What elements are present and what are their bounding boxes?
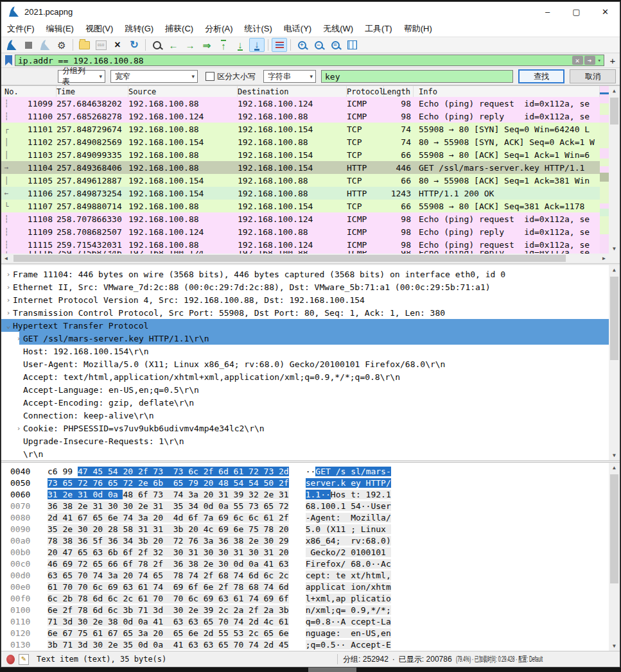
detail-line-10[interactable]: Accept-Encoding: gzip, deflate\r\n bbox=[1, 396, 609, 409]
detail-line-9[interactable]: Accept-Language: en-US,en;q=0.5\r\n bbox=[1, 383, 609, 396]
menu-item-统计S[interactable]: 统计(S) bbox=[238, 21, 277, 37]
expander-closed-icon[interactable]: › bbox=[4, 296, 13, 304]
column-header-info[interactable]: Info bbox=[414, 86, 600, 97]
packet-list-hscrollbar[interactable]: ◀ ▶ bbox=[1, 254, 609, 263]
expander-closed-icon[interactable]: › bbox=[4, 270, 13, 279]
scroll-down-icon[interactable]: ▼ bbox=[609, 244, 620, 254]
packet-row-11100[interactable]: ┆11100257.685268278192.168.100.124192.16… bbox=[1, 110, 600, 123]
menu-item-分析A[interactable]: 分析(A) bbox=[199, 21, 238, 37]
zoom-reset-button[interactable]: = bbox=[328, 38, 343, 52]
intelligent-scrollbar-minimap[interactable] bbox=[600, 86, 609, 254]
find-scope-select[interactable]: 分组列表▾ bbox=[58, 70, 105, 83]
scroll-down-icon[interactable]: ▼ bbox=[609, 641, 620, 651]
go-to-packet-button[interactable]: ⇒ bbox=[199, 38, 214, 52]
capture-stop-button[interactable] bbox=[21, 38, 36, 52]
detail-line-5[interactable]: ›GET /ssl/mars-server.key HTTP/1.1\r\n bbox=[1, 332, 609, 345]
column-header-source[interactable]: Source bbox=[128, 86, 238, 97]
capture-restart-button[interactable] bbox=[37, 38, 53, 52]
detail-line-12[interactable]: ›Cookie: PHPSESSID=vs7uv9ukb6udivmv4mp4e… bbox=[1, 422, 609, 435]
packet-row-11102[interactable]: │11102257.849082569192.168.100.154192.16… bbox=[1, 135, 600, 148]
auto-scroll-button[interactable]: ↓ bbox=[249, 38, 265, 52]
packet-row-11115[interactable]: ┆11115259.715432031192.168.100.88192.168… bbox=[1, 238, 600, 251]
hex-row-0050[interactable]: 005073 65 72 76 65 72 2e 6b 65 79 20 48 … bbox=[1, 477, 620, 488]
packet-row-11109[interactable]: ┆11109258.708682507192.168.100.124192.16… bbox=[1, 225, 600, 238]
column-header-destination[interactable]: Destination bbox=[238, 86, 347, 97]
expander-closed-icon[interactable]: › bbox=[14, 424, 23, 433]
capture-comment-icon[interactable]: ✎ bbox=[19, 654, 29, 665]
hex-row-0100[interactable]: 01006e 2f 78 6d 6c 3b 71 3d 30 2e 39 2c … bbox=[1, 604, 620, 616]
menu-item-视图V[interactable]: 视图(V) bbox=[80, 21, 119, 37]
menu-item-电话Y[interactable]: 电话(Y) bbox=[278, 21, 317, 37]
packet-row-11108[interactable]: ┆11108258.707866330192.168.100.88192.168… bbox=[1, 212, 600, 225]
hex-row-00f0[interactable]: 00f06c 2b 78 6d 6c 2c 61 70 70 6c 69 63 … bbox=[1, 592, 620, 604]
menu-item-跳转G[interactable]: 跳转(G) bbox=[119, 21, 159, 37]
cancel-button[interactable]: 取消 bbox=[570, 69, 616, 83]
packet-list-vscrollbar[interactable]: ▲ ▼ bbox=[609, 86, 620, 254]
zoom-out-button[interactable]: − bbox=[311, 38, 326, 52]
hex-row-00e0[interactable]: 00e061 70 70 6c 69 63 61 74 69 6f 6e 2f … bbox=[1, 581, 620, 592]
capture-options-button[interactable]: ⚙ bbox=[54, 38, 69, 52]
hex-row-00a0[interactable]: 00a078 38 36 5f 36 34 3b 20 72 76 3a 36 … bbox=[1, 535, 620, 546]
close-file-button[interactable]: × bbox=[110, 38, 125, 52]
hex-row-0090[interactable]: 009035 2e 30 20 28 58 31 31 3b 20 4c 69 … bbox=[1, 523, 620, 535]
hex-row-0130[interactable]: 01303b 71 3d 30 2e 35 0d 0a 41 63 63 65 … bbox=[1, 639, 620, 650]
close-button[interactable]: ✕ bbox=[591, 2, 620, 21]
detail-line-14[interactable]: \r\n bbox=[1, 447, 609, 460]
scroll-up-icon[interactable]: ▲ bbox=[609, 463, 620, 472]
maximize-button[interactable]: ▢ bbox=[562, 2, 591, 21]
hex-row-00b0[interactable]: 00b020 47 65 63 6b 6f 2f 32 30 31 30 30 … bbox=[1, 546, 620, 558]
detail-line-8[interactable]: Accept: text/html,application/xhtml+xml,… bbox=[1, 370, 609, 383]
find-button[interactable]: 查找 bbox=[518, 69, 564, 83]
detail-line-7[interactable]: User-Agent: Mozilla/5.0 (X11; Linux x86_… bbox=[1, 358, 609, 370]
packet-row-11099[interactable]: ┆11099257.684638202192.168.100.88192.168… bbox=[1, 97, 600, 110]
filter-clear-icon[interactable]: ✕ bbox=[572, 56, 583, 65]
scroll-up-icon[interactable]: ▲ bbox=[609, 86, 620, 96]
zoom-in-button[interactable]: + bbox=[294, 38, 310, 52]
hex-row-0080[interactable]: 00802d 41 67 65 6e 74 3a 20 4d 6f 7a 69 … bbox=[1, 512, 620, 523]
go-forward-button[interactable]: → bbox=[182, 38, 198, 52]
go-back-button[interactable]: ← bbox=[166, 38, 181, 52]
hex-row-0120[interactable]: 01206e 67 75 61 67 65 3a 20 65 6e 2d 55 … bbox=[1, 627, 620, 639]
expert-info-icon[interactable] bbox=[6, 655, 15, 664]
hex-row-00c0[interactable]: 00c046 69 72 65 66 6f 78 2f 36 38 2e 30 … bbox=[1, 558, 620, 569]
packet-row-11104[interactable]: →11104257.849368406192.168.100.88192.168… bbox=[1, 161, 600, 174]
menu-item-帮助H[interactable]: 帮助(H) bbox=[398, 21, 438, 37]
menu-item-编辑E[interactable]: 编辑(E) bbox=[40, 21, 80, 37]
packet-row-11107[interactable]: └11107257.849880714192.168.100.88192.168… bbox=[1, 200, 600, 212]
expander-closed-icon[interactable]: › bbox=[14, 334, 23, 343]
packet-list-header[interactable]: No.TimeSourceDestinationProtocolLengthIn… bbox=[1, 86, 600, 98]
detail-line-13[interactable]: Upgrade-Insecure-Requests: 1\r\n bbox=[1, 435, 609, 447]
filter-bookmark-icon[interactable] bbox=[5, 55, 12, 65]
resize-columns-button[interactable] bbox=[344, 38, 360, 52]
menu-item-工具T[interactable]: 工具(T) bbox=[359, 21, 398, 37]
filter-apply-icon[interactable]: ➔ bbox=[584, 56, 595, 65]
scroll-down-icon[interactable]: ▼ bbox=[609, 451, 620, 460]
detail-line-3[interactable]: ›Transmission Control Protocol, Src Port… bbox=[1, 306, 609, 319]
packet-row-11106[interactable]: ←11106257.849873254192.168.100.154192.16… bbox=[1, 187, 600, 200]
find-width-select[interactable]: 宽窄▾ bbox=[110, 70, 198, 83]
menu-item-捕获C[interactable]: 捕获(C) bbox=[159, 21, 199, 37]
find-packet-button[interactable] bbox=[149, 38, 164, 52]
save-file-button[interactable]: 010 bbox=[93, 38, 109, 52]
detail-line-2[interactable]: ›Internet Protocol Version 4, Src: 192.1… bbox=[1, 293, 609, 306]
detail-line-11[interactable]: Connection: keep-alive\r\n bbox=[1, 409, 609, 422]
scroll-right-icon[interactable]: ▶ bbox=[599, 255, 609, 261]
hex-row-0110[interactable]: 011071 3d 30 2e 38 0d 0a 41 63 63 65 70 … bbox=[1, 616, 620, 627]
hex-row-0070[interactable]: 007036 38 2e 31 30 30 2e 31 35 34 0d 0a … bbox=[1, 500, 620, 512]
expander-closed-icon[interactable]: › bbox=[4, 309, 13, 317]
packet-row-11101[interactable]: ┌11101257.848729674192.168.100.88192.168… bbox=[1, 123, 600, 135]
reload-button[interactable]: ↻ bbox=[127, 38, 142, 52]
find-type-select[interactable]: 字符串▾ bbox=[263, 70, 316, 83]
detail-line-4[interactable]: ⌄Hypertext Transfer Protocol bbox=[1, 319, 609, 332]
filter-add-button[interactable]: + bbox=[607, 55, 618, 66]
details-vscrollbar[interactable]: ▲ ▼ bbox=[609, 265, 620, 460]
display-filter-input[interactable]: ip.addr == 192.168.100.88 ✕ ➔ ▾ bbox=[15, 55, 604, 66]
packet-row-11105[interactable]: │11105257.849612887192.168.100.154192.16… bbox=[1, 174, 600, 187]
filter-dropdown-icon[interactable]: ▾ bbox=[597, 57, 602, 64]
find-text-input[interactable]: key bbox=[321, 70, 513, 83]
capture-start-button[interactable] bbox=[4, 38, 19, 52]
detail-line-1[interactable]: ›Ethernet II, Src: VMware_7d:2c:88 (00:0… bbox=[1, 280, 609, 293]
scroll-up-icon[interactable]: ▲ bbox=[609, 265, 620, 275]
column-header-protocol[interactable]: Protocol bbox=[347, 86, 384, 97]
hex-row-00d0[interactable]: 00d063 65 70 74 3a 20 74 65 78 74 2f 68 … bbox=[1, 569, 620, 581]
